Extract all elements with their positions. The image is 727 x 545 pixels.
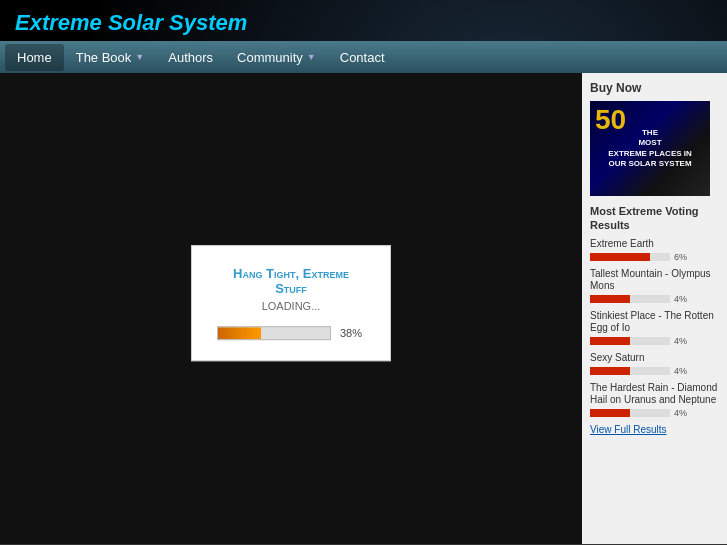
nav-the-book[interactable]: The Book ▼ bbox=[64, 44, 157, 71]
vote-name: Extreme Earth bbox=[590, 238, 719, 250]
vote-bar-fill bbox=[590, 337, 630, 345]
vote-bar-fill bbox=[590, 409, 630, 417]
vote-name: Tallest Mountain - Olympus Mons bbox=[590, 268, 719, 292]
vote-pct: 4% bbox=[674, 366, 687, 376]
vote-pct: 6% bbox=[674, 252, 687, 262]
vote-name: Stinkiest Place - The Rotten Egg of Io bbox=[590, 310, 719, 334]
content-area: Hang Tight, Extreme Stuff LOADING... 38% bbox=[0, 73, 582, 544]
vote-pct: 4% bbox=[674, 294, 687, 304]
nav-community[interactable]: Community ▼ bbox=[225, 44, 328, 71]
vote-item: Sexy Saturn 4% bbox=[590, 352, 719, 376]
book-cover-text: THEMOSTEXTREME PLACES INOUR SOLAR SYSTEM bbox=[606, 126, 694, 172]
nav-contact[interactable]: Contact bbox=[328, 44, 397, 71]
nav-authors[interactable]: Authors bbox=[156, 44, 225, 71]
progress-bar bbox=[217, 326, 331, 340]
vote-bar bbox=[590, 409, 670, 417]
progress-bar-fill bbox=[218, 327, 261, 339]
vote-name: The Hardest Rain - Diamond Hail on Uranu… bbox=[590, 382, 719, 406]
loading-subtitle: LOADING... bbox=[217, 300, 365, 312]
vote-item: Extreme Earth 6% bbox=[590, 238, 719, 262]
site-title: Extreme Solar System bbox=[15, 10, 247, 35]
vote-bar-fill bbox=[590, 367, 630, 375]
vote-bar bbox=[590, 367, 670, 375]
loading-title: Hang Tight, Extreme Stuff bbox=[217, 266, 365, 296]
view-full-results[interactable]: View Full Results bbox=[590, 424, 719, 435]
book-cover[interactable]: 50 THEMOSTEXTREME PLACES INOUR SOLAR SYS… bbox=[590, 101, 710, 196]
vote-bar-fill bbox=[590, 295, 630, 303]
vote-item: Stinkiest Place - The Rotten Egg of Io 4… bbox=[590, 310, 719, 346]
nav-home[interactable]: Home bbox=[5, 44, 64, 71]
header: Extreme Solar System bbox=[0, 0, 727, 41]
vote-list: Extreme Earth 6% Tallest Mountain - Olym… bbox=[590, 238, 719, 418]
vote-item: The Hardest Rain - Diamond Hail on Uranu… bbox=[590, 382, 719, 418]
vote-bar bbox=[590, 295, 670, 303]
nav: Home The Book ▼ Authors Community ▼ Cont… bbox=[0, 41, 727, 73]
vote-bar-fill bbox=[590, 253, 650, 261]
main-layout: Hang Tight, Extreme Stuff LOADING... 38%… bbox=[0, 73, 727, 544]
vote-bar bbox=[590, 253, 670, 261]
most-extreme-label: Most Extreme Voting Results bbox=[590, 204, 719, 233]
progress-text: 38% bbox=[337, 327, 365, 339]
loading-dialog: Hang Tight, Extreme Stuff LOADING... 38% bbox=[191, 245, 391, 361]
vote-name: Sexy Saturn bbox=[590, 352, 719, 364]
vote-pct: 4% bbox=[674, 408, 687, 418]
chevron-down-icon: ▼ bbox=[135, 52, 144, 62]
vote-item: Tallest Mountain - Olympus Mons 4% bbox=[590, 268, 719, 304]
vote-bar bbox=[590, 337, 670, 345]
buy-now-label: Buy Now bbox=[590, 81, 719, 95]
chevron-down-icon-community: ▼ bbox=[307, 52, 316, 62]
progress-container: 38% bbox=[217, 326, 365, 340]
vote-pct: 4% bbox=[674, 336, 687, 346]
sidebar: Buy Now 50 THEMOSTEXTREME PLACES INOUR S… bbox=[582, 73, 727, 544]
